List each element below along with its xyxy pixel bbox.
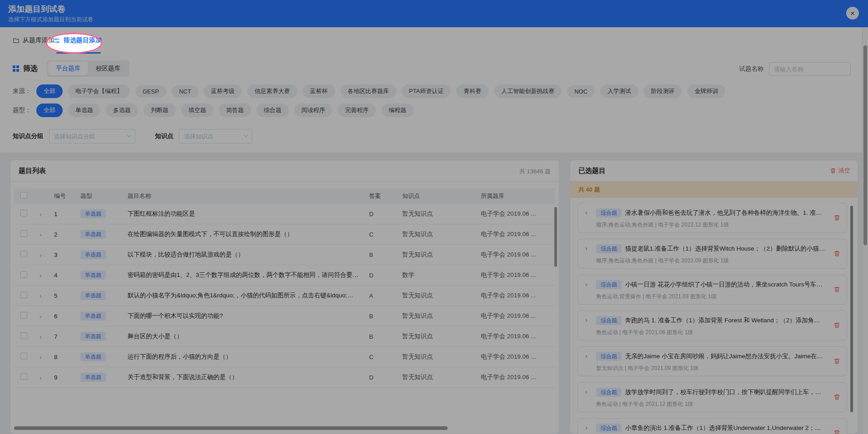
segment-campus-bank[interactable]: 校区题库	[88, 62, 128, 75]
kp-group-select[interactable]	[49, 129, 135, 143]
source-chip[interactable]: NCT	[172, 85, 198, 98]
source-chip[interactable]: NOC	[567, 85, 595, 98]
expand-chevron-icon[interactable]: ›	[585, 352, 587, 360]
page-scrollbar[interactable]	[862, 27, 868, 434]
kp-select-input[interactable]	[179, 129, 252, 143]
source-chip[interactable]: 蓝桥考级	[204, 84, 242, 98]
row-checkbox[interactable]	[20, 373, 27, 380]
kp-group-label: 知识点分组	[13, 132, 44, 140]
question-name-filter: 试题名称	[739, 62, 851, 76]
row-checkbox[interactable]	[20, 291, 27, 298]
row-checkbox[interactable]	[20, 332, 27, 339]
question-bank: 电子学会 2019.06 ...	[481, 353, 536, 361]
question-answer: C	[369, 231, 374, 238]
source-chip[interactable]: 蓝桥杯	[303, 84, 335, 98]
question-kp: 暂无知识点	[402, 332, 433, 340]
question-answer: B	[369, 252, 373, 258]
source-chip[interactable]: 阶段测评	[644, 84, 682, 98]
expand-chevron-icon[interactable]: ›	[39, 231, 42, 238]
type-chip[interactable]: 全部	[36, 104, 63, 117]
question-bank: 电子学会 2019.06 ...	[481, 332, 536, 340]
source-chip[interactable]: 电子学会【编程】	[68, 84, 130, 98]
question-list-horizontal-scrollbar[interactable]	[14, 426, 448, 430]
expand-chevron-icon[interactable]: ›	[39, 251, 42, 259]
question-name: 以下模块，比较适合做打地鼠游戏的是（）	[128, 251, 244, 259]
type-chip[interactable]: 多选题	[106, 104, 138, 117]
tab-add-from-bank[interactable]: 从题库添加	[13, 27, 54, 54]
kp-group-select-input[interactable]	[49, 129, 135, 143]
expand-chevron-icon[interactable]: ›	[39, 374, 42, 381]
source-chip[interactable]: 人工智能创新挑战赛	[494, 84, 562, 98]
type-chip[interactable]: 综合题	[256, 104, 289, 117]
question-list-panel: 题目列表 共 13646 题 编号 题型 题目名称 答案 知识点 所属题库 ›1…	[10, 160, 559, 434]
expand-chevron-icon[interactable]: ›	[585, 424, 587, 431]
question-total-count: 共 13646 题	[519, 168, 551, 176]
segment-platform-bank[interactable]: 平台题库	[48, 62, 88, 75]
source-chip[interactable]: 入学测试	[600, 84, 638, 98]
selected-question-card: ›综合题奔跑的马 1. 准备工作（1）添加背景 Forest 和 Wetland…	[577, 311, 847, 340]
expand-chevron-icon[interactable]: ›	[585, 208, 587, 216]
delete-item-icon[interactable]	[833, 286, 840, 295]
type-chip[interactable]: 填空题	[181, 104, 213, 117]
delete-item-icon[interactable]	[833, 429, 840, 434]
type-chip[interactable]: 完善程序	[338, 104, 376, 117]
question-list-vertical-scrollbar[interactable]	[554, 207, 557, 267]
type-chip[interactable]: 单选题	[68, 104, 100, 117]
delete-item-icon[interactable]	[833, 214, 840, 223]
question-no: 5	[54, 292, 58, 299]
kp-select[interactable]	[179, 129, 252, 143]
expand-chevron-icon[interactable]: ›	[39, 292, 42, 300]
expand-chevron-icon[interactable]: ›	[585, 280, 587, 288]
selected-list-scrollbar[interactable]	[850, 206, 853, 412]
expand-chevron-icon[interactable]: ›	[39, 210, 42, 218]
type-chip[interactable]: 阅读程序	[294, 104, 332, 117]
type-row-label: 题型：	[13, 106, 36, 114]
selected-question-card: ›综合题潜水暑假小雨和爸爸去玩了潜水，他见到了各种各样的海洋生物。1. 准备工.…	[577, 203, 847, 233]
row-checkbox[interactable]	[20, 210, 27, 217]
selected-question-card: ›综合题放学放学时间到了，校车行驶到学校门口，按下喇叭提醒同学们上车，送同...…	[577, 382, 847, 412]
source-chip[interactable]: GESP	[135, 85, 166, 98]
type-chip[interactable]: 简答题	[219, 104, 251, 117]
selected-question-title: 无亲的Jaime 小宝在房间吵闹，妈妈让Jaime想办法安抚小宝。Jaime在房…	[625, 352, 826, 360]
question-type-tag: 单选题	[80, 352, 106, 361]
row-checkbox[interactable]	[20, 312, 27, 319]
question-bank: 电子学会 2019.06 ...	[481, 291, 536, 300]
question-name-input[interactable]	[769, 62, 851, 76]
expand-chevron-icon[interactable]: ›	[585, 388, 587, 395]
clear-all-button[interactable]: 清空	[830, 167, 850, 175]
selected-count-banner: 共 40 题	[570, 182, 858, 198]
source-chip[interactable]: 全部	[36, 84, 63, 98]
expand-chevron-icon[interactable]: ›	[39, 312, 42, 320]
close-button[interactable]: ×	[846, 7, 859, 20]
expand-chevron-icon[interactable]: ›	[39, 333, 42, 340]
row-checkbox[interactable]	[20, 230, 27, 237]
row-checkbox[interactable]	[20, 271, 27, 278]
delete-item-icon[interactable]	[833, 394, 840, 402]
type-chip[interactable]: 判断题	[143, 104, 176, 117]
source-chip[interactable]: 信息素养大赛	[247, 84, 297, 98]
delete-item-icon[interactable]	[833, 358, 840, 366]
type-chip-group: 全部单选题多选题判断题填空题简答题综合题阅读程序完善程序编程题	[36, 104, 414, 117]
expand-chevron-icon[interactable]: ›	[585, 316, 587, 324]
page-scrollbar-thumb[interactable]	[863, 45, 867, 245]
row-checkbox[interactable]	[20, 353, 27, 360]
question-no: 3	[54, 252, 58, 258]
source-chip[interactable]: PTA师资认证	[402, 84, 451, 98]
question-name-label: 试题名称	[739, 65, 764, 73]
filter-sliders-icon	[54, 37, 60, 44]
expand-chevron-icon[interactable]: ›	[39, 271, 42, 279]
delete-item-icon[interactable]	[833, 322, 840, 330]
question-name: 默认的小猫名字为&ldquo;角色1&rdquo;，小猫的代码如图所示，点击右键…	[128, 291, 359, 300]
source-chip[interactable]: 青科赛	[456, 84, 488, 98]
type-chip[interactable]: 编程题	[381, 104, 414, 117]
expand-chevron-icon[interactable]: ›	[39, 353, 42, 361]
select-all-checkbox[interactable]	[20, 192, 27, 199]
source-chip[interactable]: 金牌师训	[687, 84, 725, 98]
delete-item-icon[interactable]	[833, 250, 840, 259]
question-name: 舞台区的大小是（）	[128, 332, 183, 340]
source-chip[interactable]: 各地区比赛题库	[340, 84, 396, 98]
row-checkbox[interactable]	[20, 251, 27, 257]
expand-chevron-icon[interactable]: ›	[585, 244, 587, 252]
question-type-tag: 单选题	[80, 291, 106, 300]
tab-add-by-filter[interactable]: 筛选题目添加	[54, 27, 102, 54]
